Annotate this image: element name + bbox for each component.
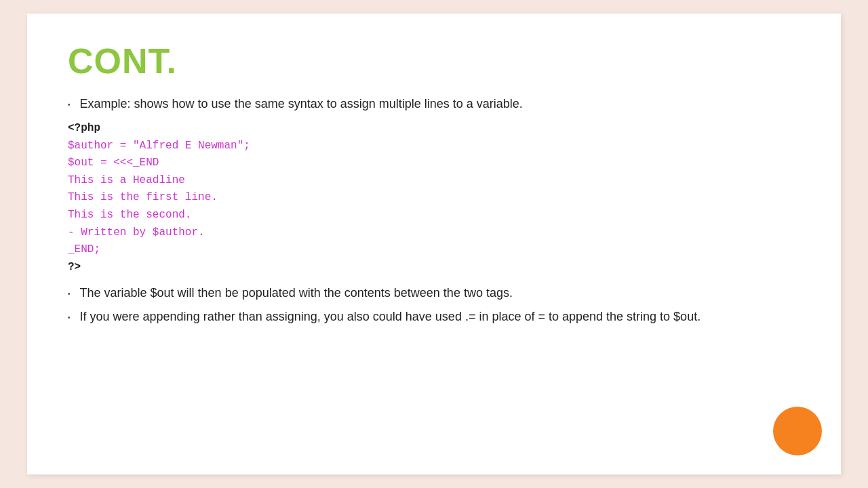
bullet-item-1: • Example: shows how to use the same syn… — [68, 95, 800, 113]
bullet-dot-3: • — [68, 312, 71, 323]
code-line-7: - Written by $author. — [68, 226, 205, 239]
slide-title: CONT. — [68, 41, 800, 81]
code-line-2: $author = "Alfred E Newman"; — [68, 140, 250, 152]
bullet-item-3: • If you were appending rather than assi… — [68, 308, 800, 326]
code-line-4: This is a Headline — [68, 174, 185, 186]
bullet-text-1: Example: shows how to use the same synta… — [80, 95, 800, 113]
bullet-text-3: If you were appending rather than assign… — [80, 308, 800, 326]
slide: CONT. • Example: shows how to use the sa… — [27, 14, 841, 474]
code-line-1: <?php — [68, 122, 100, 134]
bullet-text-2: The variable $out will then be populated… — [80, 284, 800, 302]
code-line-9: ?> — [68, 261, 81, 273]
bullet-dot-2: • — [68, 289, 71, 299]
bullet-list: • Example: shows how to use the same syn… — [68, 95, 800, 113]
code-line-8: _END; — [68, 243, 100, 256]
bullet-item-2: • The variable $out will then be populat… — [68, 284, 800, 302]
code-line-5: This is the first line. — [68, 191, 218, 203]
orange-circle-decoration — [773, 407, 822, 455]
bullet-dot-1: • — [68, 100, 71, 110]
code-line-3: $out = <<<_END — [68, 157, 159, 169]
bottom-bullet-list: • The variable $out will then be populat… — [68, 284, 800, 326]
code-block: <?php $author = "Alfred E Newman"; $out … — [68, 120, 800, 276]
code-line-6: This is the second. — [68, 209, 191, 221]
